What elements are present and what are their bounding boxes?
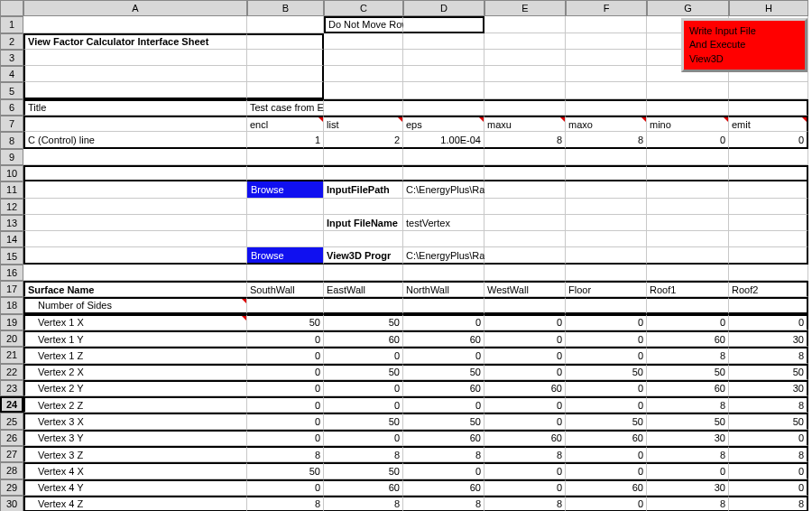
cell[interactable] — [403, 231, 484, 247]
cell[interactable] — [566, 149, 647, 165]
vertex-value[interactable]: 8 — [324, 496, 403, 511]
vertex-label[interactable]: Vertex 2 X — [23, 364, 247, 380]
title-value[interactable]: Test case from Excel interface — [247, 99, 324, 116]
cell[interactable] — [484, 181, 566, 198]
cell[interactable] — [484, 33, 566, 50]
cell[interactable] — [729, 247, 808, 264]
row-header[interactable]: 18 — [0, 297, 23, 313]
row-header[interactable]: 1 — [0, 16, 23, 33]
cell[interactable] — [647, 181, 729, 198]
vertex-value[interactable]: 8 — [403, 446, 484, 462]
cell[interactable] — [403, 149, 484, 165]
cell[interactable] — [403, 82, 484, 98]
col-header-F[interactable]: F — [566, 0, 647, 16]
vertex-value[interactable]: 60 — [403, 479, 484, 496]
cell[interactable] — [324, 231, 403, 247]
vertex-value[interactable]: 30 — [729, 380, 808, 396]
cell[interactable] — [247, 215, 324, 231]
write-input-execute-button[interactable]: Write Input File And Execute View3D — [681, 18, 807, 72]
vertex-value[interactable]: 50 — [647, 413, 729, 429]
cell[interactable] — [484, 66, 566, 82]
vertex-value[interactable]: 0 — [403, 396, 484, 413]
row-header[interactable]: 17 — [0, 281, 23, 297]
row-header[interactable]: 2 — [0, 33, 23, 50]
cell[interactable] — [23, 181, 247, 198]
col-header-C[interactable]: C — [324, 0, 403, 16]
row-header[interactable]: 28 — [0, 462, 23, 478]
cell[interactable] — [23, 247, 247, 264]
input-file-name-label[interactable]: Input FileName — [324, 215, 403, 231]
cell[interactable] — [247, 165, 324, 181]
maxo-value[interactable]: 8 — [566, 132, 647, 148]
cell[interactable] — [247, 16, 324, 33]
cell[interactable] — [566, 82, 647, 98]
cell[interactable] — [247, 50, 324, 66]
cell[interactable] — [484, 265, 566, 281]
title-label[interactable]: Title — [23, 99, 247, 116]
vertex-value[interactable]: 8 — [647, 347, 729, 363]
maxu-value[interactable]: 8 — [484, 132, 566, 148]
cell[interactable] — [403, 265, 484, 281]
vertex-value[interactable]: 0 — [247, 430, 324, 446]
vertex-value[interactable]: 60 — [403, 330, 484, 347]
surface-northwall[interactable]: NorthWall — [403, 281, 484, 297]
row-header[interactable]: 14 — [0, 231, 23, 247]
vertex-value[interactable]: 60 — [484, 430, 566, 446]
col-header-B[interactable]: B — [247, 0, 324, 16]
vertex-value[interactable]: 0 — [729, 462, 808, 478]
vertex-value[interactable]: 50 — [729, 413, 808, 429]
cell[interactable] — [484, 99, 566, 116]
vertex-label[interactable]: Vertex 3 Y — [23, 430, 247, 446]
col-header-G[interactable]: G — [647, 0, 729, 16]
row-header[interactable]: 4 — [0, 66, 23, 82]
col-header-H[interactable]: H — [729, 0, 808, 16]
vertex-value[interactable]: 0 — [566, 330, 647, 347]
cell[interactable] — [566, 247, 647, 264]
vertex-label[interactable]: Vertex 4 Y — [23, 479, 247, 496]
cell[interactable] — [484, 297, 566, 313]
cell[interactable] — [647, 149, 729, 165]
cell[interactable] — [647, 199, 729, 215]
vertex-value[interactable]: 0 — [247, 347, 324, 363]
cell[interactable] — [23, 215, 247, 231]
vertex-value[interactable]: 30 — [729, 330, 808, 347]
cell[interactable] — [566, 215, 647, 231]
cell[interactable] — [23, 50, 247, 66]
surface-floor[interactable]: Floor — [566, 281, 647, 297]
cell[interactable] — [23, 16, 247, 33]
vertex-value[interactable]: 50 — [403, 364, 484, 380]
vertex-label[interactable]: Vertex 1 X — [23, 314, 247, 330]
cell[interactable] — [566, 199, 647, 215]
row-header[interactable]: 30 — [0, 496, 23, 511]
vertex-value[interactable]: 8 — [403, 496, 484, 511]
vertex-value[interactable]: 50 — [247, 314, 324, 330]
vertex-value[interactable]: 50 — [324, 462, 403, 478]
cell[interactable] — [729, 149, 808, 165]
row-header[interactable]: 29 — [0, 479, 23, 496]
eps-value[interactable]: 1.00E-04 — [403, 132, 484, 148]
view3d-program-label[interactable]: View3D Progr — [324, 247, 403, 264]
cell[interactable] — [484, 165, 566, 181]
row-header[interactable]: 16 — [0, 265, 23, 281]
col-header-E[interactable]: E — [484, 0, 566, 16]
row-header[interactable]: 7 — [0, 116, 23, 132]
vertex-value[interactable]: 0 — [403, 462, 484, 478]
vertex-value[interactable]: 60 — [647, 330, 729, 347]
cell[interactable] — [729, 215, 808, 231]
cell[interactable] — [729, 165, 808, 181]
cell[interactable] — [484, 16, 566, 33]
vertex-label[interactable]: Vertex 1 Z — [23, 347, 247, 363]
col-header-A[interactable]: A — [23, 0, 247, 16]
row-header[interactable]: 20 — [0, 330, 23, 347]
cell[interactable] — [324, 33, 403, 50]
cell[interactable] — [484, 215, 566, 231]
vertex-value[interactable]: 0 — [566, 462, 647, 478]
cell[interactable] — [647, 265, 729, 281]
list-label[interactable]: list — [324, 116, 403, 132]
vertex-value[interactable]: 0 — [247, 479, 324, 496]
vertex-value[interactable]: 50 — [247, 462, 324, 478]
vertex-value[interactable]: 8 — [647, 496, 729, 511]
cell[interactable] — [566, 16, 647, 33]
cell[interactable] — [247, 66, 324, 82]
cell[interactable] — [247, 199, 324, 215]
